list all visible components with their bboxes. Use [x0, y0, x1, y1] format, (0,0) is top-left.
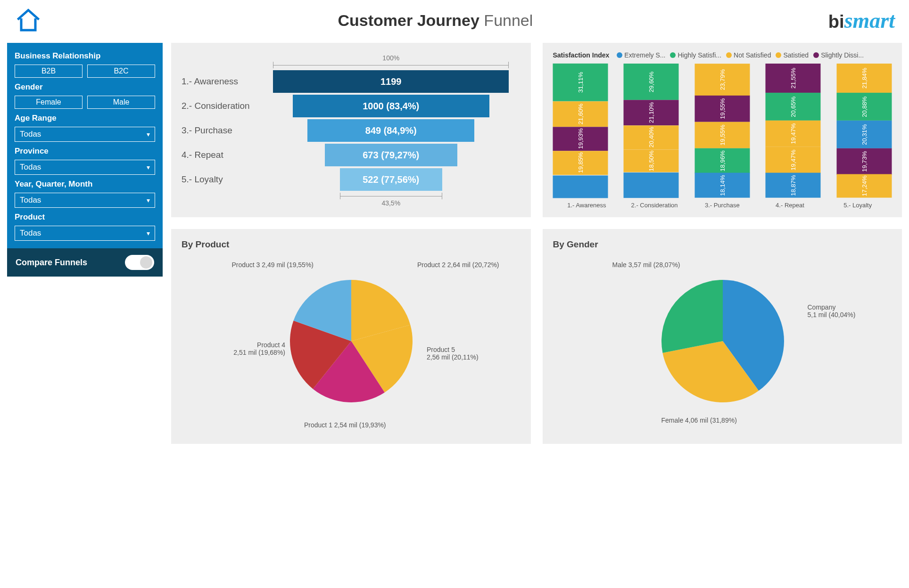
filter-title-yqm: Year, Quarter, Month: [15, 180, 155, 189]
ribbon-segment: 19,93%: [553, 127, 608, 151]
pie-product-title: By Product: [182, 239, 521, 250]
ribbon-column-0[interactable]: 31,11%21,60%19,93%19,85%: [553, 64, 608, 198]
compare-funnels-row: Compare Funnels: [7, 248, 163, 277]
ribbon-segment: 19,47%: [766, 121, 821, 147]
ribbon-segment: 21,55%: [766, 64, 821, 93]
satisfaction-ribbon-chart[interactable]: 31,11%21,60%19,93%19,85%29,60%21,10%20,4…: [553, 64, 892, 198]
chevron-down-icon: ▾: [147, 196, 150, 204]
ribbon-axis-label: 5.- Loyalty: [824, 202, 892, 209]
ribbon-axis-label: 1.- Awareness: [553, 202, 621, 209]
ribbon-segment: 19,55%: [695, 96, 750, 122]
pie-slice-label: Male 3,57 mil (28,07%): [586, 261, 680, 269]
ribbon-segment: 23,79%: [695, 64, 750, 96]
funnel-row-4[interactable]: 5.- Loyalty 522 (77,56%): [182, 168, 521, 191]
filter-title-gender: Gender: [15, 82, 155, 92]
ribbon-column-2[interactable]: 23,79%19,55%19,55%18,96%18,14%: [695, 64, 750, 198]
select-yqm[interactable]: Todas▾: [15, 193, 155, 208]
legend-item[interactable]: Extremely S...: [617, 51, 665, 59]
ribbon-segment: 18,96%: [695, 148, 750, 173]
chevron-down-icon: ▾: [147, 131, 150, 138]
funnel-bar: 522 (77,56%): [340, 168, 443, 191]
pie-slice-label: Product 3 2,49 mil (19,55%): [219, 261, 314, 269]
ribbon-segment: 19,85%: [553, 151, 608, 175]
pie-slice-label: Product 1 2,54 mil (19,93%): [304, 421, 386, 429]
pie-slice-label: Product 2 2,64 mil (20,72%): [417, 261, 499, 269]
funnel-bar: 849 (84,9%): [307, 119, 474, 142]
ribbon-segment: [553, 175, 608, 198]
funnel-row-1[interactable]: 2.- Consideration 1000 (83,4%): [182, 95, 521, 117]
pie-slice-label: Product 52,56 mil (20,11%): [427, 346, 479, 361]
filter-btn-female[interactable]: Female: [15, 96, 83, 109]
funnel-card: 100%1.- Awareness 11992.- Consideration …: [171, 43, 531, 217]
ribbon-segment: 19,73%: [837, 148, 892, 175]
compare-funnels-label: Compare Funnels: [16, 258, 87, 268]
funnel-row-2[interactable]: 3.- Purchase 849 (84,9%): [182, 119, 521, 142]
funnel-row-3[interactable]: 4.- Repeat 673 (79,27%): [182, 144, 521, 166]
select-age-range[interactable]: Todas▾: [15, 127, 155, 142]
pie-slice-label: Female 4,06 mil (31,89%): [661, 416, 737, 424]
funnel-bar: 1199: [273, 70, 509, 93]
pie-gender-card: By Gender Company5,1 mil (40,04%)Female …: [543, 229, 902, 444]
filter-sidebar: Business Relationship B2B B2C Gender Fem…: [7, 43, 163, 277]
logo: bismart: [828, 8, 895, 33]
home-icon[interactable]: [14, 7, 42, 34]
select-product[interactable]: Todas▾: [15, 226, 155, 241]
satisfaction-card: Satisfaction IndexExtremely S...Highly S…: [543, 43, 902, 217]
pie-gender-title: By Gender: [553, 239, 892, 250]
funnel-stage-label: 4.- Repeat: [182, 150, 262, 160]
ribbon-segment: 31,11%: [553, 64, 608, 101]
ribbon-segment: 18,50%: [624, 149, 679, 172]
pie-product-chart[interactable]: Product 2 2,64 mil (20,72%)Product 52,56…: [182, 256, 521, 435]
ribbon-segment: 17,24%: [837, 174, 892, 198]
ribbon-axis-label: 4.- Repeat: [756, 202, 824, 209]
funnel-stage-label: 3.- Purchase: [182, 125, 262, 136]
ribbon-segment: 29,60%: [624, 64, 679, 100]
legend-item[interactable]: Slightly Dissi...: [813, 51, 864, 59]
ribbon-axis-label: 3.- Purchase: [688, 202, 756, 209]
filter-title-product: Product: [15, 212, 155, 222]
ribbon-column-1[interactable]: 29,60%21,10%20,40%18,50%: [624, 64, 679, 198]
page-title: Customer Journey Funnel: [42, 11, 828, 30]
legend-item[interactable]: Highly Satisfi...: [670, 51, 721, 59]
pie-gender-chart[interactable]: Company5,1 mil (40,04%)Female 4,06 mil (…: [553, 256, 892, 435]
pie-slice-label: Company5,1 mil (40,04%): [808, 303, 856, 318]
funnel-top-label: 100%: [262, 54, 521, 62]
filter-title-province: Province: [15, 147, 155, 156]
legend-item[interactable]: Not Satisfied: [726, 51, 771, 59]
pie-slice[interactable]: [661, 280, 723, 353]
ribbon-segment: [624, 172, 679, 198]
compare-funnels-toggle[interactable]: [125, 255, 154, 270]
ribbon-axis-label: 2.- Consideration: [620, 202, 688, 209]
ribbon-segment: 21,84%: [837, 64, 892, 93]
ribbon-segment: 18,87%: [766, 173, 821, 198]
filter-title-age: Age Range: [15, 114, 155, 123]
ribbon-segment: 20,88%: [837, 93, 892, 121]
ribbon-column-3[interactable]: 21,55%20,65%19,47%19,47%18,87%: [766, 64, 821, 198]
funnel-bar: 673 (79,27%): [325, 144, 457, 166]
satisfaction-legend: Satisfaction IndexExtremely S...Highly S…: [553, 51, 892, 59]
pie-slice-label: Product 42,51 mil (19,68%): [210, 341, 285, 356]
ribbon-segment: 20,40%: [624, 125, 679, 149]
pie-product-card: By Product Product 2 2,64 mil (20,72%)Pr…: [171, 229, 531, 444]
select-province[interactable]: Todas▾: [15, 160, 155, 175]
chevron-down-icon: ▾: [147, 229, 150, 237]
filter-btn-b2c[interactable]: B2C: [87, 65, 155, 78]
legend-item[interactable]: Satistied: [776, 51, 809, 59]
ribbon-segment: 21,60%: [553, 101, 608, 127]
funnel-stage-label: 5.- Loyalty: [182, 174, 262, 185]
ribbon-segment: 19,47%: [766, 147, 821, 173]
header: Customer Journey Funnel bismart: [0, 0, 909, 34]
funnel-row-0[interactable]: 1.- Awareness 1199: [182, 70, 521, 93]
filter-btn-b2b[interactable]: B2B: [15, 65, 83, 78]
ribbon-segment: 21,10%: [624, 100, 679, 125]
ribbon-segment: 18,14%: [695, 173, 750, 198]
ribbon-column-4[interactable]: 21,84%20,88%20,31%19,73%17,24%: [837, 64, 892, 198]
filter-title-business: Business Relationship: [15, 51, 155, 61]
ribbon-segment: 19,55%: [695, 122, 750, 148]
funnel-stage-label: 2.- Consideration: [182, 101, 262, 111]
ribbon-segment: 20,65%: [766, 93, 821, 121]
chevron-down-icon: ▾: [147, 163, 150, 171]
filter-btn-male[interactable]: Male: [87, 96, 155, 109]
funnel-bottom-label: 43,5%: [262, 199, 521, 207]
ribbon-segment: 20,31%: [837, 121, 892, 148]
